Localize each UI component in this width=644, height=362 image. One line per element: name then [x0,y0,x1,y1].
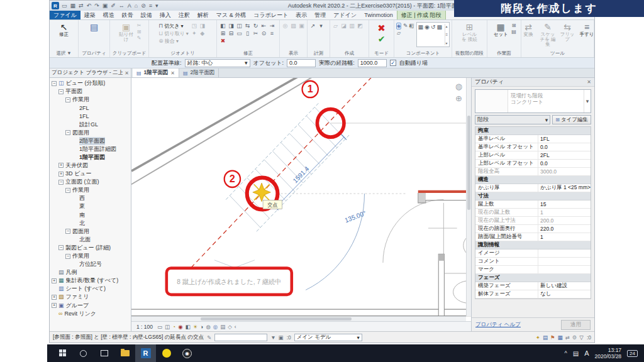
property-row[interactable]: コメント [475,258,591,266]
expand-icon[interactable]: + [58,172,64,177]
status-input[interactable] [214,334,267,341]
property-row[interactable]: マーク [475,266,591,274]
cut-icon[interactable]: ✂ [137,23,142,28]
measure-line-icon[interactable]: ↗ [309,23,317,30]
sync-icon[interactable]: ⇄ [79,3,84,9]
collapse-icon[interactable]: ‹ [235,324,236,330]
property-row[interactable]: 構築フェーズ新しい建設 [475,282,591,290]
panel-label-multistory[interactable]: 複数階の階段 [452,50,487,57]
notification-badge[interactable]: 24 [627,350,638,357]
panel-label-select[interactable]: 選択 ▼ [50,50,78,57]
placement-line-select[interactable]: 経路: 中心 ▾ [185,59,250,67]
section-icon[interactable]: ⊘ [141,3,146,9]
property-value[interactable]: 220.0 [538,226,591,232]
visual-style-icon[interactable]: ◧ [186,324,191,330]
render-icon[interactable]: ◍ [206,324,210,330]
property-value[interactable]: かぶり厚 1 <25 mm> [538,184,591,192]
tab-annotate[interactable]: 注釈 [175,11,194,19]
run-width-input[interactable]: 1000.0 [358,59,387,67]
tab-massing-site[interactable]: マス & 外構 [213,11,250,19]
offset-input[interactable]: 0.0 [287,59,316,67]
match-icon[interactable]: ≡ [269,30,276,37]
close-icon[interactable]: ✕ [587,79,591,85]
edit-type-button[interactable]: ⊞ タイプ編集 [552,115,591,124]
property-value[interactable]: 1 [538,234,591,240]
horizontal-scrollbar[interactable] [131,316,466,321]
tree-item[interactable]: +3D ビュー [50,170,131,178]
tree-item[interactable]: −立面図 (立面) [50,178,131,186]
viewer-icon[interactable]: ▤ [511,29,516,35]
panel-label-mode[interactable]: モード [369,50,394,57]
collapse-icon[interactable]: − [58,245,64,250]
revit-taskbar-button[interactable]: R [135,344,156,362]
panel-label-geometry[interactable]: ジオメトリ [149,50,216,57]
tree-item[interactable]: 方位記号 [50,260,131,268]
move-icon[interactable]: ⇆ [244,23,252,30]
print-icon[interactable]: ▣ [103,3,108,9]
model-select[interactable]: メイン モデル ▾ [294,334,362,341]
obs-button[interactable]: ◉ [177,344,197,362]
collapse-icon[interactable]: − [65,130,70,135]
settings-icon[interactable]: ⚙ [572,334,577,341]
view-tab-2階平面図[interactable]: ▤2階平面図 [179,69,219,77]
property-row[interactable]: 踏面/蹴上開始番号1 [475,233,591,241]
tree-item[interactable]: 1FL [50,112,131,120]
set-workplane-button[interactable]: ▦セット [492,22,509,37]
temporary-hide-icon[interactable]: ◔ [172,324,175,330]
panel-label-modify[interactable]: 修正 [217,50,279,57]
collapse-icon[interactable]: − [65,229,70,234]
expand-icon[interactable]: + [52,303,57,308]
tray-chevron-icon[interactable]: ^ [565,350,567,356]
paste-button[interactable]: ▣貼り付け [118,22,135,42]
scroll-icon[interactable]: ≡ [446,33,448,36]
extend-icon[interactable]: ⇥ [269,23,276,30]
tree-item[interactable]: +▧ファミリ [50,293,131,301]
icon[interactable]: ◨ [199,23,206,30]
icon[interactable]: ↺ [431,24,436,30]
property-section[interactable]: フェーズ [475,274,591,282]
property-row[interactable]: 上部レベル2FL [475,151,591,160]
collapse-icon[interactable]: − [52,81,57,86]
search-button[interactable] [73,344,94,362]
view-tab-1階平面図[interactable]: ▤1階平面図✕ [133,69,179,77]
icon[interactable]: ◎ [282,23,289,30]
revit-logo[interactable]: R [52,2,59,9]
sun-path-icon[interactable]: ☀ [193,324,198,330]
icon[interactable]: ◉ [425,24,430,30]
tree-item[interactable]: −図面用 [50,228,131,236]
icon[interactable]: ▨ [290,23,297,30]
copy-icon[interactable]: ⊞ [137,29,142,35]
property-value[interactable]: 1 [538,209,591,216]
tab-systems[interactable]: 設備 [137,11,156,19]
tab-twinmotion[interactable]: Twinmotion [360,11,397,19]
split-element-icon[interactable]: ✂ [252,30,260,37]
run-component-icon[interactable]: ◈ [396,23,401,30]
horizontal-scrollbar-thumb[interactable] [201,317,352,321]
align-icon[interactable]: ◧ [219,23,227,30]
tree-item[interactable]: −製図ビュー (詳細) [50,244,131,252]
tab-insert[interactable]: 挿入 [156,11,175,19]
project-browser-tab[interactable]: プロジェクト ブラウザ - 二上Exercise... ✕ [50,69,131,77]
property-value[interactable]: 0.0 [538,144,591,150]
ime-indicator[interactable]: A [584,349,589,357]
plan-canvas[interactable]: 1591.4 135.00° [131,78,471,331]
tree-item[interactable]: +▦集計表/数量 (すべて) [50,277,131,285]
property-row[interactable]: 基準レベル1FL [475,135,591,143]
panel-label-components[interactable]: コンポーネント [394,50,452,57]
open-icon[interactable]: ▭ [62,3,67,9]
tree-item[interactable]: 西 [50,194,131,202]
constraints-icon[interactable]: ◎ [213,324,218,330]
property-value[interactable]: 1FL [538,136,591,142]
scale-icon[interactable]: ⊟ [228,30,235,37]
filter-icon[interactable]: ▽ [579,334,584,341]
collapse-icon[interactable]: − [65,188,70,193]
property-section[interactable]: 拘束 [475,127,591,135]
navigation-wheel-icon[interactable]: ◍ [455,82,462,91]
tree-item[interactable]: ∞Revit リンク [50,310,131,318]
panel-label-properties[interactable]: プロパティ [79,50,109,57]
tree-item[interactable]: 2階平面図 [50,137,131,145]
file-explorer-button[interactable] [114,344,135,362]
match-type-icon[interactable]: ✎ [137,35,142,41]
landing-component-icon[interactable]: ▱ [396,30,401,36]
auto-landing-checkbox[interactable]: ✓ [390,60,396,66]
